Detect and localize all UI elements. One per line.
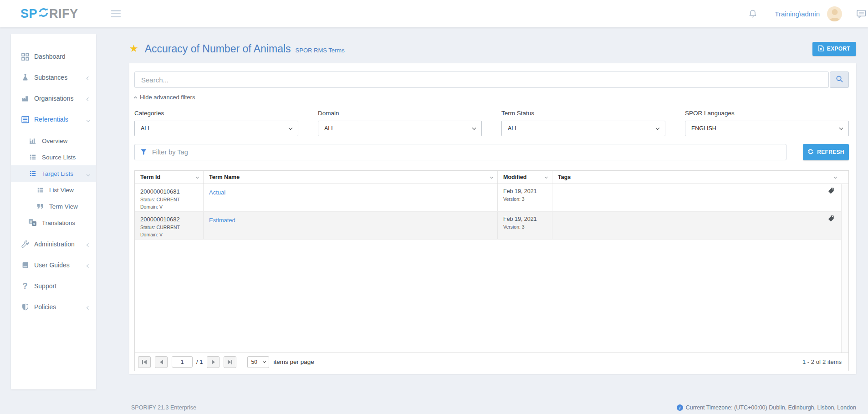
sidebar-item-label: Term View bbox=[49, 203, 78, 210]
page-subtitle: SPOR RMS Terms bbox=[296, 44, 345, 54]
sidebar-nav: Dashboard Substances Organisations bbox=[11, 34, 96, 389]
term-name-link[interactable]: Actual bbox=[209, 189, 225, 196]
table-row: 200000010682 Status: CURRENT Domain: V E… bbox=[135, 212, 841, 240]
sync-icon bbox=[37, 6, 49, 21]
column-menu-chevron-icon[interactable] bbox=[490, 175, 493, 178]
page-header: ★ Accuracy of Number of Animals SPOR RMS… bbox=[129, 34, 856, 63]
column-menu-chevron-icon[interactable] bbox=[834, 175, 837, 178]
app-version-label: SPORIFY 21.3 Enterprise bbox=[131, 404, 196, 411]
table-body: 200000010681 Status: CURRENT Domain: V A… bbox=[135, 184, 848, 353]
sidebar-item-source-lists[interactable]: Source Lists bbox=[11, 149, 96, 165]
page-size-value: 50 bbox=[251, 359, 257, 365]
chevron-left-icon bbox=[87, 240, 90, 248]
sidebar-item-label: Referentials bbox=[34, 116, 68, 123]
next-page-button[interactable] bbox=[207, 356, 220, 368]
shield-icon bbox=[20, 303, 30, 311]
sidebar-item-label: Substances bbox=[34, 74, 67, 81]
page-count-label: / 1 bbox=[196, 358, 203, 365]
hide-advanced-filters-label: Hide advanced filters bbox=[140, 94, 195, 101]
chevron-left-icon bbox=[87, 95, 90, 102]
tag-icon[interactable] bbox=[828, 187, 834, 211]
sidebar-item-overview[interactable]: Overview bbox=[11, 133, 96, 149]
sidebar-item-administration[interactable]: Administration bbox=[11, 234, 96, 255]
categories-select[interactable]: ALL bbox=[134, 121, 298, 136]
sidebar-item-target-lists[interactable]: Target Lists bbox=[11, 165, 96, 182]
sidebar-item-label: List View bbox=[49, 187, 74, 194]
search-button[interactable] bbox=[830, 72, 849, 88]
column-menu-chevron-icon[interactable] bbox=[545, 175, 548, 178]
page-size-select[interactable]: 50 bbox=[247, 356, 269, 368]
sidebar-item-label: Overview bbox=[42, 138, 67, 144]
filter-label-domain: Domain bbox=[318, 110, 482, 117]
column-header-term-name[interactable]: Term Name bbox=[204, 171, 498, 184]
sporify-logo: SP RIFY bbox=[20, 6, 78, 21]
refresh-button-label: REFRESH bbox=[817, 149, 844, 155]
sidebar-item-label: Target Lists bbox=[42, 170, 73, 177]
filter-by-tag-input[interactable] bbox=[134, 144, 786, 160]
table-row: 200000010681 Status: CURRENT Domain: V A… bbox=[135, 184, 841, 212]
bar-chart-icon bbox=[28, 138, 37, 144]
logo-text-suffix: RIFY bbox=[49, 7, 78, 21]
sidebar-toggle-hamburger-icon[interactable] bbox=[111, 8, 121, 19]
sidebar-item-referentials[interactable]: Referentials bbox=[11, 109, 96, 130]
domain-select[interactable]: ALL bbox=[318, 121, 482, 136]
main-content: ★ Accuracy of Number of Animals SPOR RMS… bbox=[129, 34, 856, 374]
column-header-tags[interactable]: Tags bbox=[552, 171, 841, 184]
feedback-comment-icon[interactable] bbox=[857, 10, 866, 18]
favorite-star-icon[interactable]: ★ bbox=[129, 44, 138, 54]
current-page-input[interactable] bbox=[172, 356, 193, 368]
term-domain: Domain: V bbox=[140, 232, 198, 237]
previous-page-button[interactable] bbox=[155, 356, 168, 368]
term-domain: Domain: V bbox=[140, 204, 198, 210]
search-input[interactable] bbox=[134, 72, 829, 88]
filter-label-categories: Categories bbox=[134, 110, 298, 117]
term-name-link[interactable]: Estimated bbox=[209, 217, 235, 224]
sidebar-item-dashboard[interactable]: Dashboard bbox=[11, 46, 96, 67]
column-header-modified[interactable]: Modified bbox=[498, 171, 552, 184]
sidebar-item-policies[interactable]: Policies bbox=[11, 296, 96, 317]
notifications-bell-icon[interactable] bbox=[748, 9, 757, 18]
term-status: Status: CURRENT bbox=[140, 197, 198, 202]
modified-date: Feb 19, 2021 bbox=[503, 188, 546, 194]
tag-icon[interactable] bbox=[828, 215, 834, 239]
list-icon bbox=[28, 170, 37, 177]
chevron-down-icon bbox=[472, 126, 476, 130]
hide-advanced-filters-toggle[interactable]: Hide advanced filters bbox=[134, 94, 195, 101]
refresh-icon bbox=[807, 148, 814, 156]
book-icon bbox=[20, 261, 30, 269]
chevron-down-icon bbox=[87, 170, 90, 177]
sidebar-item-term-view[interactable]: Term View bbox=[11, 198, 96, 215]
refresh-button[interactable]: REFRESH bbox=[803, 144, 849, 160]
chevron-down-icon bbox=[656, 126, 659, 130]
sidebar-item-substances[interactable]: Substances bbox=[11, 67, 96, 88]
spor-languages-select-value: ENGLISH bbox=[691, 125, 716, 132]
column-header-term-id[interactable]: Term Id bbox=[135, 171, 204, 184]
last-page-button[interactable] bbox=[224, 356, 236, 368]
sidebar-item-list-view[interactable]: List View bbox=[11, 182, 96, 198]
sidebar-item-user-guides[interactable]: User Guides bbox=[11, 255, 96, 276]
term-status-select[interactable]: ALL bbox=[501, 121, 665, 136]
chevron-down-icon bbox=[87, 116, 90, 123]
sidebar-item-translations[interactable]: Ax Translations bbox=[11, 215, 96, 231]
first-page-button[interactable] bbox=[138, 356, 151, 368]
table-scrollbar-track[interactable] bbox=[841, 184, 848, 353]
categories-select-value: ALL bbox=[141, 125, 151, 132]
term-version: Version: 3 bbox=[503, 224, 546, 230]
export-button[interactable]: EXPORT bbox=[812, 42, 856, 56]
sidebar-item-organisations[interactable]: Organisations bbox=[11, 88, 96, 109]
spor-languages-select[interactable]: ENGLISH bbox=[685, 121, 849, 136]
logged-in-user[interactable]: Training\admin bbox=[775, 10, 820, 18]
factory-icon bbox=[20, 95, 30, 102]
flask-icon bbox=[20, 74, 30, 81]
sidebar-item-support[interactable]: ? Support bbox=[11, 276, 96, 296]
items-range-summary: 1 - 2 of 2 items bbox=[802, 358, 842, 365]
column-menu-chevron-icon[interactable] bbox=[196, 175, 199, 178]
list-icon bbox=[36, 187, 45, 193]
dashboard-grid-icon bbox=[20, 53, 30, 61]
chevron-left-icon bbox=[87, 303, 90, 311]
user-avatar[interactable] bbox=[827, 6, 842, 21]
sidebar-item-label: Policies bbox=[34, 303, 56, 311]
sidebar-item-label: Dashboard bbox=[34, 53, 66, 60]
pagination-bar: / 1 50 items per page 1 - 2 of 2 items bbox=[135, 353, 848, 371]
top-bar: SP RIFY Training\admin bbox=[0, 0, 868, 27]
